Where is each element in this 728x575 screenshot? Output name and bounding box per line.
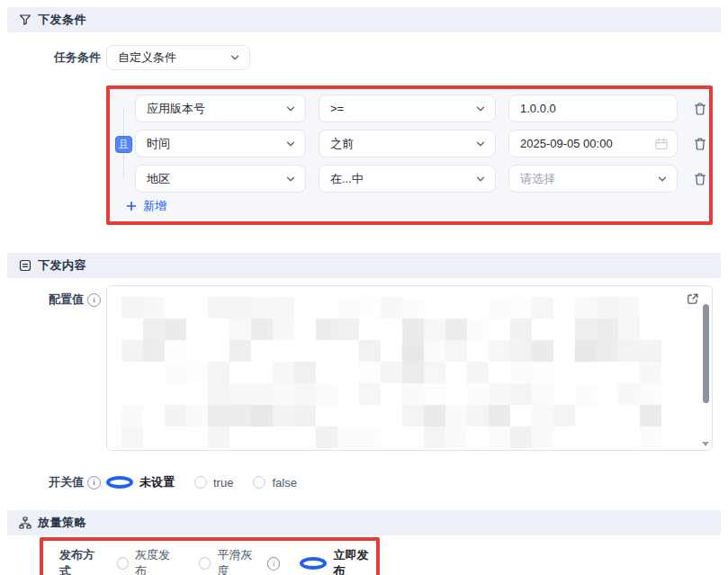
task-condition-select[interactable]: 自定义条件 (106, 45, 250, 70)
trash-icon (693, 102, 707, 116)
logic-rail: 且 (113, 94, 135, 193)
condition-value-datepicker[interactable]: 2025-09-05 00:00 (508, 130, 678, 157)
annotation-box-publish: 发布方式 灰度发布平滑灰度立即发布 (40, 537, 380, 575)
radio-option[interactable]: 未设置 (106, 474, 175, 490)
chevron-down-icon (285, 103, 296, 114)
radio-icon (117, 557, 129, 570)
section-title: 放量策略 (38, 515, 86, 531)
condition-value-input[interactable] (508, 94, 678, 122)
publish-method-label: 发布方式 (59, 547, 104, 575)
radio-icon (106, 476, 133, 489)
radio-icon (300, 557, 327, 570)
radio-label: 未设置 (139, 474, 175, 490)
switch-value-label: 开关值 (0, 474, 101, 490)
condition-field-select[interactable]: 应用版本号 (135, 94, 306, 122)
switch-value-row: 开关值 未设置truefalse (0, 474, 728, 490)
info-icon (87, 293, 101, 307)
radio-label: true (213, 476, 233, 490)
expand-icon[interactable] (686, 292, 700, 307)
delete-condition-button[interactable] (690, 99, 710, 119)
chevron-down-icon (475, 103, 486, 114)
scrollbar-down-arrow[interactable] (702, 442, 709, 446)
condition-field-select-value: 地区 (147, 171, 170, 187)
condition-value-select[interactable]: 请选择 (508, 165, 678, 193)
chevron-down-icon (285, 174, 296, 184)
task-condition-label: 任务条件 (0, 49, 101, 66)
scrollbar[interactable] (701, 288, 710, 448)
config-value-label: 配置值 (0, 292, 101, 308)
publish-method-radio-group: 灰度发布平滑灰度立即发布 (117, 547, 376, 575)
section-header-conditions: 下发条件 (7, 7, 721, 32)
condition-field-select-value: 应用版本号 (147, 101, 205, 117)
task-condition-row: 任务条件 自定义条件 (0, 45, 728, 70)
section-title: 下发内容 (38, 257, 86, 274)
logic-and-badge: 且 (115, 136, 132, 153)
condition-field-select-value: 时间 (147, 136, 170, 152)
document-icon (19, 259, 31, 272)
condition-field-select[interactable]: 时间 (135, 130, 306, 157)
config-value-row: 配置值 (0, 285, 728, 451)
condition-field-select[interactable]: 地区 (135, 165, 306, 193)
radio-label: 平滑灰度 (217, 547, 261, 575)
switch-value-radio-group: 未设置truefalse (106, 474, 297, 490)
condition-row: 地区在...中请选择 (135, 165, 710, 193)
condition-operator-select[interactable]: 之前 (319, 130, 496, 157)
publish-config-page: 下发条件 任务条件 自定义条件 且 应用版本号>=时间之前2025-09-05 … (0, 0, 728, 575)
condition-row: 应用版本号>= (135, 94, 710, 122)
radio-option[interactable]: true (194, 476, 233, 490)
condition-operator-select[interactable]: 在...中 (319, 165, 496, 193)
condition-panel: 且 应用版本号>=时间之前2025-09-05 00:00地区在...中请选择 … (110, 89, 709, 221)
radio-option[interactable]: 灰度发布 (117, 547, 179, 575)
plus-icon (126, 201, 137, 211)
sitemap-icon (19, 517, 31, 529)
calendar-icon (655, 138, 668, 150)
add-condition-button[interactable]: 新增 (126, 198, 166, 214)
scrollbar-thumb[interactable] (703, 304, 709, 403)
filter-icon (19, 13, 31, 26)
info-icon (267, 557, 280, 571)
chevron-down-icon (475, 139, 486, 149)
radio-label: 灰度发布 (135, 547, 179, 575)
condition-rows: 应用版本号>=时间之前2025-09-05 00:00地区在...中请选择 (135, 94, 710, 193)
section-title: 下发条件 (38, 12, 86, 28)
radio-option[interactable]: 平滑灰度 (199, 547, 280, 575)
chevron-down-icon (657, 174, 668, 184)
publish-method-row: 发布方式 灰度发布平滑灰度立即发布 (59, 547, 376, 575)
radio-label: 立即发布 (333, 547, 376, 575)
radio-option[interactable]: 立即发布 (300, 547, 376, 575)
radio-option[interactable]: false (253, 476, 296, 490)
config-value-textarea[interactable] (106, 285, 713, 451)
chevron-down-icon (475, 174, 486, 184)
condition-operator-select-value: 在...中 (330, 171, 364, 187)
delete-condition-button[interactable] (690, 134, 710, 154)
radio-label: false (272, 476, 296, 490)
condition-operator-select-value: >= (330, 102, 344, 115)
delete-condition-button[interactable] (690, 169, 710, 189)
chevron-down-icon (229, 52, 240, 63)
trash-icon (693, 137, 707, 151)
condition-operator-select-value: 之前 (330, 136, 354, 152)
date-value: 2025-09-05 00:00 (520, 137, 613, 150)
task-condition-value: 自定义条件 (118, 49, 176, 66)
radio-icon (194, 476, 207, 489)
condition-value-select-value: 请选择 (520, 171, 555, 187)
radio-icon (199, 557, 211, 570)
info-icon (87, 476, 101, 490)
config-value-mosaic (121, 297, 661, 448)
radio-icon (253, 476, 265, 489)
section-header-strategy: 放量策略 (7, 510, 721, 535)
annotation-box-conditions: 且 应用版本号>=时间之前2025-09-05 00:00地区在...中请选择 … (106, 85, 713, 225)
chevron-down-icon (285, 139, 296, 149)
condition-operator-select[interactable]: >= (319, 94, 496, 122)
section-header-content: 下发内容 (7, 253, 721, 278)
condition-row: 时间之前2025-09-05 00:00 (135, 130, 710, 157)
trash-icon (693, 172, 707, 186)
